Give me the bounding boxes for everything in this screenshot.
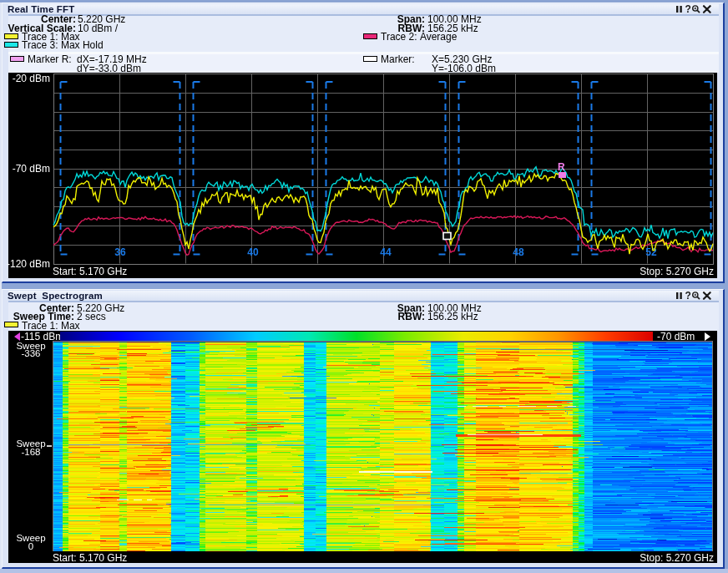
svg-text:48: 48 xyxy=(513,246,524,258)
svg-text:40: 40 xyxy=(247,246,259,258)
svg-text:?: ? xyxy=(685,5,691,13)
svg-text:36: 36 xyxy=(114,246,126,258)
svg-text:?: ? xyxy=(685,292,691,300)
svg-text:44: 44 xyxy=(380,246,392,258)
svg-text:R: R xyxy=(558,161,565,173)
